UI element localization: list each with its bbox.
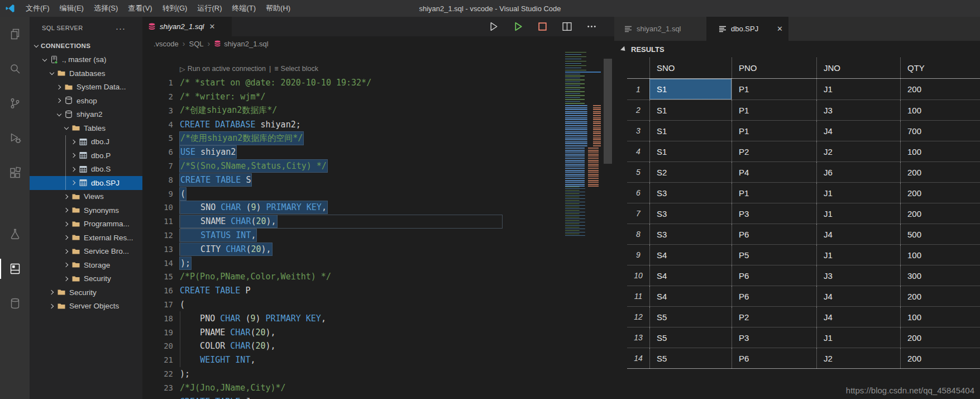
tree-item-external-res-[interactable]: External Res... bbox=[30, 231, 142, 245]
code-line-15[interactable]: 15/*P(Pno,PName,Color,Weitht) */ bbox=[142, 270, 614, 284]
cell-pno[interactable]: P4 bbox=[732, 162, 816, 182]
extensions-icon[interactable] bbox=[0, 155, 30, 190]
tree-item-security[interactable]: Security bbox=[30, 286, 142, 300]
cell-pno[interactable]: P6 bbox=[732, 348, 816, 368]
cell-sno[interactable]: S1 bbox=[649, 100, 732, 120]
tree-item-service-bro-[interactable]: Service Bro... bbox=[30, 245, 142, 259]
codelens-run-link[interactable]: ▷Run on active connection bbox=[180, 65, 266, 73]
code-line-19[interactable]: 19 PNAME CHAR(20), bbox=[142, 325, 614, 339]
column-header-qty[interactable]: QTY bbox=[900, 58, 980, 78]
code-line-11[interactable]: 11 SNAME CHAR(20), bbox=[142, 215, 614, 229]
code-line-6[interactable]: 6USE shiyan2 bbox=[142, 145, 614, 159]
cell-jno[interactable]: J6 bbox=[816, 162, 900, 182]
cell-pno[interactable]: P5 bbox=[732, 245, 816, 265]
split-editor-icon[interactable] bbox=[561, 21, 573, 32]
row-number[interactable]: 5 bbox=[627, 162, 649, 182]
cell-pno[interactable]: P1 bbox=[732, 100, 816, 120]
results-tab-dbo-spj[interactable]: dbo.SPJ✕ bbox=[706, 17, 788, 41]
breadcrumb-file[interactable]: shiyan2_1.sql bbox=[214, 40, 269, 48]
row-number[interactable]: 8 bbox=[627, 224, 649, 244]
cell-qty[interactable]: 200 bbox=[900, 79, 980, 99]
row-number[interactable]: 1 bbox=[627, 79, 649, 99]
row-number[interactable]: 12 bbox=[627, 307, 649, 327]
tree-item-synonyms[interactable]: Synonyms bbox=[30, 203, 142, 217]
cell-sno[interactable]: S4 bbox=[649, 245, 732, 265]
cell-jno[interactable]: J4 bbox=[816, 307, 900, 327]
tree-item-shiyan2[interactable]: shiyan2 bbox=[30, 108, 142, 122]
code-line-9[interactable]: 9( bbox=[142, 187, 614, 201]
cell-qty[interactable]: 100 bbox=[900, 141, 980, 162]
close-icon[interactable]: ✕ bbox=[777, 25, 783, 33]
code-line-13[interactable]: 13 CITY CHAR(20), bbox=[142, 242, 614, 256]
row-number[interactable]: 14 bbox=[627, 348, 649, 368]
breadcrumb-vscode[interactable]: .vscode bbox=[154, 40, 179, 48]
tree-item-tables[interactable]: Tables bbox=[30, 121, 142, 135]
cell-qty[interactable]: 200 bbox=[900, 286, 980, 306]
code-line-8[interactable]: 8CREATE TABLE S bbox=[142, 173, 614, 187]
cell-sno[interactable]: S1 bbox=[649, 79, 732, 99]
cell-jno[interactable]: J3 bbox=[816, 265, 900, 286]
tree-item-storage[interactable]: Storage bbox=[30, 258, 142, 272]
sql-server-icon[interactable] bbox=[0, 251, 30, 286]
cell-sno[interactable]: S5 bbox=[649, 307, 732, 327]
code-line-4[interactable]: 4CREATE DATABASE shiyan2; bbox=[142, 117, 614, 131]
cell-pno[interactable]: P2 bbox=[732, 307, 816, 327]
cell-pno[interactable]: P1 bbox=[732, 79, 816, 99]
cell-qty[interactable]: 200 bbox=[900, 327, 980, 348]
row-number[interactable]: 3 bbox=[627, 121, 649, 141]
menu-item[interactable]: 编辑(E) bbox=[55, 0, 89, 17]
cell-pno[interactable]: P6 bbox=[732, 224, 816, 244]
code-line-10[interactable]: 10 SNO CHAR (9) PRIMARY KEY, bbox=[142, 201, 614, 215]
tree-item--master-sa-[interactable]: ., master (sa) bbox=[30, 53, 142, 67]
cell-jno[interactable]: J4 bbox=[816, 286, 900, 306]
code-line-16[interactable]: 16CREATE TABLE P bbox=[142, 284, 614, 298]
cell-jno[interactable]: J1 bbox=[816, 245, 900, 265]
tree-item-dbo-s[interactable]: dbo.S bbox=[30, 163, 142, 177]
test-beaker-icon[interactable] bbox=[0, 217, 30, 251]
row-number[interactable]: 2 bbox=[627, 100, 649, 120]
cell-jno[interactable]: J4 bbox=[816, 121, 900, 141]
minimap[interactable] bbox=[565, 52, 601, 237]
cell-sno[interactable]: S5 bbox=[649, 327, 732, 348]
cell-pno[interactable]: P1 bbox=[732, 183, 816, 203]
database-icon[interactable] bbox=[0, 286, 30, 321]
tab-shiyan2-1-sql[interactable]: shiyan2_1.sql ✕ bbox=[142, 17, 232, 36]
cell-pno[interactable]: P3 bbox=[732, 203, 816, 224]
cell-qty[interactable]: 200 bbox=[900, 162, 980, 182]
code-line-12[interactable]: 12 STATUS INT, bbox=[142, 229, 614, 243]
codelens-select-link[interactable]: ≡Select block bbox=[274, 65, 318, 73]
code-line-18[interactable]: 18 PNO CHAR (9) PRIMARY KEY, bbox=[142, 311, 614, 325]
run-query-icon[interactable] bbox=[487, 21, 499, 32]
tree-item-views[interactable]: Views bbox=[30, 190, 142, 204]
column-header-jno[interactable]: JNO bbox=[816, 58, 900, 78]
cancel-query-icon[interactable] bbox=[537, 21, 548, 32]
tree-item-eshop[interactable]: eshop bbox=[30, 94, 142, 108]
source-control-icon[interactable] bbox=[0, 86, 30, 121]
row-number[interactable]: 6 bbox=[627, 183, 649, 203]
row-number[interactable]: 10 bbox=[627, 265, 649, 286]
code-line-7[interactable]: 7/*S(Sno,SName,Status,City) */ bbox=[142, 159, 614, 173]
cell-jno[interactable]: J2 bbox=[816, 141, 900, 162]
results-tab-shiyan2-1-sql[interactable]: shiyan2_1.sql bbox=[614, 17, 706, 41]
cell-sno[interactable]: S3 bbox=[649, 224, 732, 244]
tree-item-system-data-[interactable]: System Data... bbox=[30, 80, 142, 94]
code-line-21[interactable]: 21 WEIGHT INT, bbox=[142, 353, 614, 367]
row-number[interactable]: 7 bbox=[627, 203, 649, 224]
cell-sno[interactable]: S2 bbox=[649, 162, 732, 182]
tree-item-databases[interactable]: Databases bbox=[30, 66, 142, 80]
code-line-23[interactable]: 23/*J(Jno,JName,City)*/ bbox=[142, 381, 614, 395]
tree-item-programma-[interactable]: Programma... bbox=[30, 217, 142, 231]
menu-item[interactable]: 运行(R) bbox=[192, 0, 227, 17]
menu-item[interactable]: 文件(F) bbox=[21, 0, 55, 17]
code-line-14[interactable]: 14); bbox=[142, 256, 614, 270]
more-actions-icon[interactable]: ··· bbox=[116, 23, 126, 33]
breadcrumb-sql[interactable]: SQL bbox=[189, 40, 203, 48]
cell-qty[interactable]: 200 bbox=[900, 203, 980, 224]
cell-pno[interactable]: P6 bbox=[732, 265, 816, 286]
cell-jno[interactable]: J1 bbox=[816, 203, 900, 224]
column-header-pno[interactable]: PNO bbox=[732, 58, 816, 78]
run-debug-icon[interactable] bbox=[0, 121, 30, 155]
scrollbar-thumb[interactable] bbox=[604, 59, 612, 164]
cell-sno[interactable]: S1 bbox=[649, 121, 732, 141]
cell-jno[interactable]: J2 bbox=[816, 348, 900, 368]
